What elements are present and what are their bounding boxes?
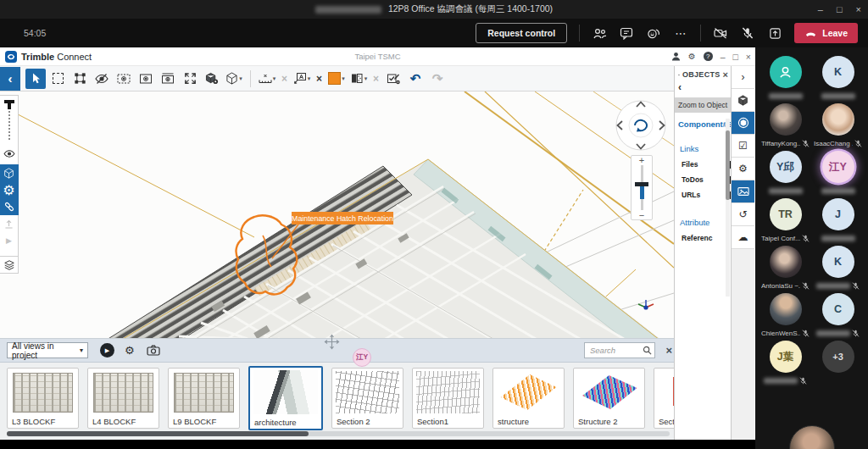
participant-tile[interactable] [761, 56, 810, 103]
settings-gear-icon[interactable]: ⚙ [0, 181, 19, 198]
move-handle-icon[interactable] [324, 334, 340, 350]
chat-icon[interactable] [619, 26, 634, 40]
participants-icon[interactable] [592, 26, 607, 40]
reactions-icon[interactable] [646, 26, 661, 40]
participant-overflow-tile[interactable]: +3 [814, 341, 863, 388]
views-filter-dropdown[interactable]: All views in project ▾ [7, 342, 88, 358]
participant-tile-speaking[interactable]: 江Y [814, 151, 863, 198]
participant-tile[interactable]: J [814, 198, 863, 246]
thumbnail-scrollbar-thumb[interactable] [7, 431, 309, 436]
self-view-video[interactable] [789, 425, 835, 449]
sync-cloud-tab[interactable]: ☁ [732, 226, 754, 249]
clip-plane-button[interactable]: ▾ [348, 69, 369, 89]
view-thumbnail[interactable]: Structure 2 [573, 368, 645, 429]
cube-view-button[interactable]: ▾ [224, 69, 244, 89]
camera-off-icon[interactable] [713, 26, 728, 40]
caret-down-icon[interactable]: ▾ [364, 75, 368, 82]
objects-panel-close-button[interactable]: × [723, 69, 728, 80]
app-maximize-button[interactable]: □ [733, 52, 738, 62]
views-tab-selected[interactable] [732, 180, 754, 203]
window-minimize-button[interactable]: – [818, 4, 823, 14]
participant-tile[interactable]: C [814, 293, 863, 341]
view-thumbnail[interactable]: structure [492, 368, 565, 429]
viewport-3d[interactable]: Maintenance Hatch Relocation [0, 91, 674, 339]
undo-button[interactable]: ↶ [405, 69, 426, 89]
history-tab[interactable]: ↺ [732, 203, 754, 226]
markup-color-button[interactable]: ▾ [326, 69, 347, 89]
transparency-slider-track[interactable] [8, 111, 10, 140]
objects-tab-selected[interactable] [732, 112, 754, 135]
zoom-to-object-button[interactable]: Zoom to Object [675, 97, 731, 113]
thumbnail-scrollbar[interactable] [7, 431, 670, 436]
view-thumbnail[interactable]: L4 BLOCKF [87, 368, 159, 429]
back-button[interactable]: ‹ [0, 67, 20, 91]
help-icon[interactable]: ? [704, 52, 713, 61]
participant-tile[interactable]: J葉 [761, 341, 810, 388]
objects-scrollbar[interactable] [726, 119, 730, 297]
view-thumbnail[interactable]: L9 BLOCKF [168, 368, 240, 429]
clear-markup-button[interactable]: × [314, 73, 325, 85]
search-input[interactable] [584, 342, 655, 358]
links-urls-row[interactable]: URLs [675, 187, 731, 202]
clear-measure-button[interactable]: × [279, 73, 290, 85]
collapse-panel-button[interactable]: › [732, 66, 754, 89]
assembly-tool-button[interactable] [202, 69, 222, 89]
mic-off-icon[interactable] [740, 26, 755, 40]
models-tab[interactable] [732, 89, 754, 112]
objects-back-button[interactable]: ‹ [675, 81, 731, 95]
participant-tile[interactable]: K [814, 56, 863, 103]
link-icon[interactable] [0, 198, 19, 215]
camera-snapshot-icon[interactable] [147, 345, 160, 356]
participant-tile[interactable]: IsaacChang ... [814, 103, 863, 151]
caret-down-icon[interactable]: ▾ [342, 75, 345, 82]
caret-down-icon[interactable]: ▾ [273, 75, 276, 82]
user-icon[interactable] [671, 52, 681, 61]
group-select-button[interactable] [70, 69, 90, 89]
search-close-button[interactable]: × [665, 344, 672, 357]
view-thumbnail[interactable]: Section1 [412, 368, 484, 429]
layers-icon[interactable] [0, 256, 19, 273]
zoom-in-button[interactable]: + [639, 156, 644, 164]
markup-tab[interactable]: ☑ [732, 135, 754, 158]
attribute-reference-row[interactable]: Referenc [675, 230, 731, 246]
measure-tool-button[interactable]: ▾ [257, 69, 277, 89]
zoom-slider[interactable]: + − [631, 155, 653, 220]
caret-down-icon[interactable]: ▾ [308, 75, 311, 82]
share-screen-icon[interactable] [767, 26, 782, 40]
app-minimize-button[interactable]: – [721, 52, 726, 62]
isolate-view-button[interactable] [114, 69, 134, 89]
clear-clip-button[interactable]: × [370, 73, 381, 85]
markup-edit-button[interactable] [383, 69, 403, 89]
zoom-track[interactable] [641, 165, 643, 210]
clash-tab[interactable]: ⚙ [732, 158, 754, 180]
play-views-button[interactable]: ▶ [100, 343, 114, 358]
app-close-button[interactable]: × [746, 52, 751, 62]
views-settings-icon[interactable]: ⚙ [125, 344, 135, 357]
leave-button[interactable]: Leave [794, 23, 858, 43]
hide-tool-button[interactable] [92, 69, 112, 89]
navigation-pad[interactable] [615, 99, 667, 152]
participant-tile[interactable]: K [814, 246, 863, 293]
participant-tile[interactable]: TiffanyKong... [761, 103, 810, 151]
window-maximize-button[interactable]: □ [837, 4, 843, 14]
marquee-select-button[interactable] [47, 69, 68, 89]
more-options-icon[interactable]: ⋯ [673, 26, 688, 40]
section-box-icon[interactable] [0, 164, 19, 181]
view-thumbnail[interactable]: Sectio [654, 368, 674, 429]
window-close-button[interactable]: × [856, 4, 861, 14]
settings-gear-icon[interactable]: ⚙ [688, 52, 696, 61]
redo-button[interactable]: ↷ [427, 69, 448, 89]
select-tool-button[interactable] [25, 69, 46, 89]
caret-down-icon[interactable]: ▾ [239, 75, 242, 82]
participant-tile[interactable]: TR Taipei Conf... [761, 198, 810, 246]
links-todos-row[interactable]: ToDos [675, 172, 731, 187]
zoom-out-button[interactable]: − [639, 211, 644, 219]
visibility-eye-icon[interactable] [0, 145, 19, 162]
view-thumbnail-selected[interactable]: architecture [248, 366, 323, 430]
view-thumbnail[interactable]: Section 2 [331, 368, 403, 429]
fit-view-button[interactable] [180, 69, 200, 89]
links-files-row[interactable]: Files [675, 157, 731, 172]
view-thumbnail[interactable]: L3 BLOCKF [7, 368, 79, 429]
view-frame-alt-button[interactable] [158, 69, 178, 89]
view-frame-button[interactable] [136, 69, 156, 89]
